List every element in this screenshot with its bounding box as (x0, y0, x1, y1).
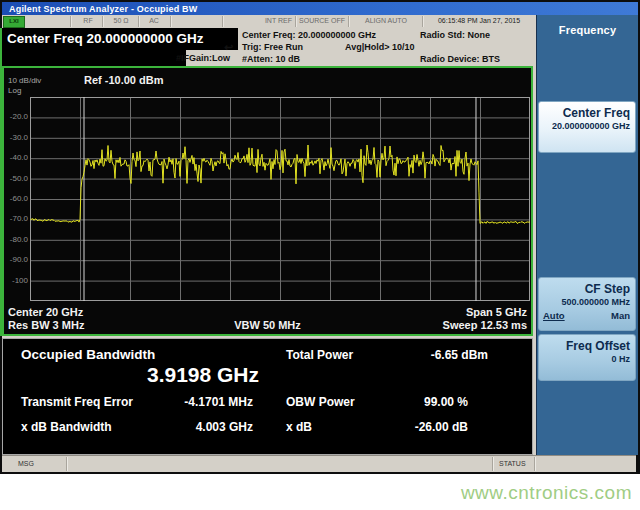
xdb-bandwidth-value: 4.003 GHz (133, 420, 253, 434)
header-center-freq: Center Freq: 20.000000000 GHz (242, 30, 376, 40)
measurement-header: Center Freq 20.000000000 GHz #IFGain:Low… (2, 28, 536, 66)
tx-freq-error-label: Transmit Freq Error (21, 395, 133, 409)
softkey-label: Center Freq (543, 106, 630, 120)
y-axis-label: -90.0 (6, 255, 28, 264)
y-axis-label: -100 (6, 276, 28, 285)
header-atten: #Atten: 10 dB (242, 54, 300, 64)
status-divider (70, 16, 72, 27)
status-align: ALIGN AUTO (352, 17, 420, 24)
y-axis-label: -50.0 (6, 174, 28, 183)
scale-type-label: Log (8, 86, 21, 95)
status-source: SOURCE OFF (297, 17, 347, 24)
status-label: STATUS (499, 460, 526, 467)
if-gain-annotation: #IFGain:Low (130, 53, 230, 63)
y-axis-label: -60.0 (6, 194, 28, 203)
window-titlebar[interactable]: Agilent Spectrum Analyzer - Occupied BW (2, 2, 638, 15)
softkey-label: CF Step (543, 282, 630, 296)
total-power-value: -6.65 dBm (388, 348, 488, 362)
header-avg-hold: Avg|Hold> 10/10 (345, 42, 414, 52)
status-divider (170, 16, 172, 27)
total-power-label: Total Power (286, 348, 353, 362)
softkey-value: 20.000000000 GHz (543, 121, 630, 131)
xdb-label: x dB (286, 420, 312, 434)
display-area: Center Freq 20.000000000 GHz #IFGain:Low… (2, 28, 536, 455)
center-freq-annotation: Center 20 GHz (8, 306, 83, 318)
vbw-annotation: VBW 50 MHz (234, 319, 301, 331)
lxi-badge: LXI (3, 16, 25, 28)
y-axis-label: -40.0 (6, 153, 28, 162)
softkey-value: 0 Hz (543, 354, 630, 364)
xdb-bandwidth-label: x dB Bandwidth (21, 420, 112, 434)
softkey-cf-step[interactable]: CF Step 500.000000 MHz Auto Man (538, 277, 636, 331)
softkey-freq-offset[interactable]: Freq Offset 0 Hz (538, 334, 636, 381)
softkey-center-freq[interactable]: Center Freq 20.000000000 GHz (538, 101, 636, 153)
spectrum-window[interactable]: 10 dB/div Log Ref -10.00 dBm -20.0-30.0-… (2, 66, 533, 336)
obw-power-label: OBW Power (286, 395, 355, 409)
header-radio-device: Radio Device: BTS (420, 54, 500, 64)
status-coupling: AC (140, 17, 168, 24)
footer-divider (534, 457, 536, 471)
obw-value: 3.9198 GHz (113, 363, 293, 387)
softkey-label: Freq Offset (543, 339, 630, 353)
return-arrow-icon: ↩ (224, 41, 233, 54)
analyzer-window: Agilent Spectrum Analyzer - Occupied BW … (0, 0, 640, 474)
watermark: www.cntronics.com (461, 482, 632, 504)
footer-divider (492, 457, 494, 471)
header-radio-std: Radio Std: None (420, 30, 490, 40)
cf-step-man-toggle[interactable]: Man (611, 310, 630, 321)
y-axis-label: -30.0 (6, 133, 28, 142)
span-annotation: Span 5 GHz (466, 306, 527, 318)
footer-status-bar: MSG STATUS (2, 455, 636, 472)
cf-step-auto-toggle[interactable]: Auto (543, 310, 565, 321)
status-int-ref: INT REF (226, 17, 292, 24)
results-panel: Occupied Bandwidth 3.9198 GHz Total Powe… (2, 338, 533, 455)
screenshot-root: Agilent Spectrum Analyzer - Occupied BW … (0, 0, 640, 510)
status-bar: LXI RF 50 Ω AC INT REF SOURCE OFF ALIGN … (2, 15, 536, 29)
sweep-annotation: Sweep 12.53 ms (443, 319, 527, 331)
status-impedance: 50 Ω (104, 17, 138, 24)
results-title: Occupied Bandwidth (21, 347, 155, 362)
status-datetime: 06:15:48 PM Jan 27, 2015 (424, 17, 534, 24)
softkey-menu: Frequency Center Freq 20.000000000 GHz C… (536, 15, 638, 455)
active-function-readout: Center Freq 20.000000000 GHz (2, 28, 238, 50)
active-function-text: Center Freq 20.000000000 GHz (2, 28, 238, 50)
header-trigger: Trig: Free Run (242, 42, 303, 52)
y-axis-label: -70.0 (6, 214, 28, 223)
y-axis-label: -80.0 (6, 235, 28, 244)
res-bw-annotation: Res BW 3 MHz (8, 319, 84, 331)
softkey-value: 500.000000 MHz (543, 297, 630, 307)
window-title: Agilent Spectrum Analyzer - Occupied BW (2, 4, 198, 14)
obw-power-value: 99.00 % (363, 395, 468, 409)
spectrum-plot (30, 97, 530, 301)
scale-per-div-label: 10 dB/div (8, 76, 41, 85)
tx-freq-error-value: -4.1701 MHz (133, 395, 253, 409)
softkey-menu-title: Frequency (537, 24, 638, 36)
footer-divider (66, 457, 68, 471)
status-divider (222, 16, 224, 27)
y-axis-label: -20.0 (6, 112, 28, 121)
status-rf: RF (74, 17, 102, 24)
xdb-value: -26.00 dB (363, 420, 468, 434)
ref-level-label: Ref -10.00 dBm (84, 74, 163, 86)
msg-label: MSG (18, 460, 34, 467)
status-divider (348, 16, 350, 27)
